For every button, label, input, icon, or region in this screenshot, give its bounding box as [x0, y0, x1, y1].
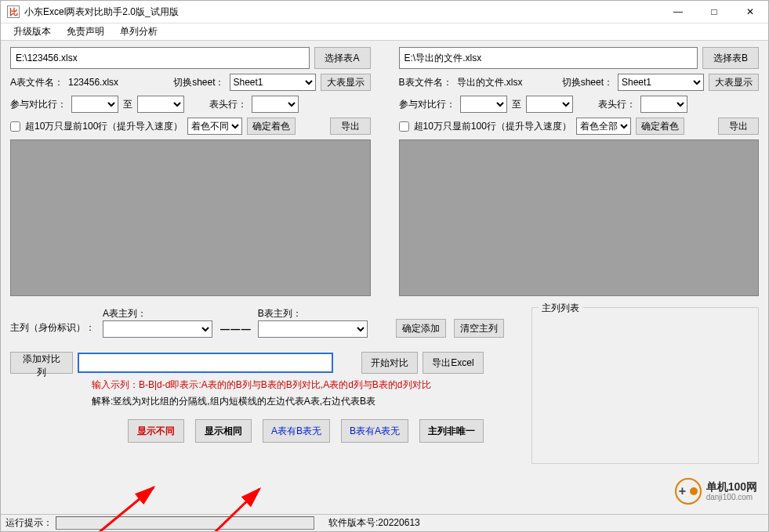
path-input-a[interactable] — [10, 47, 310, 69]
compare-row-from-a[interactable] — [71, 96, 118, 113]
compare-row-label-b: 参与对比行： — [399, 98, 455, 111]
header-row-select-b[interactable] — [640, 96, 687, 113]
hint-black: 解释:竖线为对比组的分隔线,组内短横线的左边代表A表,右边代表B表 — [92, 395, 516, 408]
over10w-checkbox-a[interactable] — [10, 121, 20, 132]
menu-disclaimer[interactable]: 免责声明 — [59, 24, 112, 40]
file-name-b: 导出的文件.xlsx — [457, 76, 523, 89]
export-excel-button[interactable]: 导出Excel — [423, 352, 484, 374]
big-display-b-button[interactable]: 大表显示 — [709, 74, 759, 91]
over10w-checkbox-b[interactable] — [399, 121, 409, 132]
header-row-label-a: 表头行： — [209, 98, 247, 111]
a-key-select[interactable] — [103, 320, 212, 338]
add-compare-col-button[interactable]: 添加对比列 — [10, 352, 73, 374]
version-label: 软件版本号: — [328, 517, 378, 528]
start-compare-button[interactable]: 开始对比 — [361, 352, 418, 374]
show-diff-button[interactable]: 显示不同 — [128, 419, 184, 443]
to-label-b: 至 — [512, 98, 521, 111]
key-list-groupbox: 主列列表 — [531, 307, 759, 464]
maximize-button[interactable]: □ — [696, 1, 732, 24]
compare-row-to-a[interactable] — [137, 96, 184, 113]
app-icon: 比 — [7, 5, 20, 18]
header-row-select-a[interactable] — [252, 96, 299, 113]
color-mode-select-b[interactable]: 着色全部 — [576, 118, 631, 135]
over10w-label-a: 超10万只显前100行（提升导入速度） — [25, 120, 183, 133]
a-key-label: A表主列： — [103, 307, 212, 320]
not-unique-button[interactable]: 主列非唯一 — [419, 419, 484, 443]
watermark: 单机100网 danji100.com — [675, 478, 757, 505]
select-table-a-button[interactable]: 选择表A — [314, 47, 371, 69]
preview-area-a — [10, 139, 371, 296]
run-hint-box — [56, 516, 314, 530]
dash-separator: — — — — [220, 324, 250, 338]
preview-area-b — [399, 139, 760, 296]
run-hint-label: 运行提示： — [5, 516, 53, 530]
export-b-button[interactable]: 导出 — [718, 118, 759, 135]
to-label-a: 至 — [123, 98, 132, 111]
show-same-button[interactable]: 显示相同 — [195, 419, 252, 443]
watermark-logo-icon — [675, 478, 702, 505]
b-has-a-no-button[interactable]: B表有A表无 — [341, 419, 408, 443]
path-input-b[interactable] — [399, 47, 698, 69]
color-mode-select-a[interactable]: 着色不同 — [187, 118, 242, 135]
sheet-select-a[interactable]: Sheet1 — [230, 74, 316, 91]
select-table-b-button[interactable]: 选择表B — [702, 47, 759, 69]
compare-col-input[interactable] — [78, 353, 333, 373]
confirm-color-b-button[interactable]: 确定着色 — [636, 118, 684, 135]
big-display-a-button[interactable]: 大表显示 — [321, 74, 371, 91]
watermark-cn: 单机100网 — [706, 481, 757, 493]
export-a-button[interactable]: 导出 — [330, 118, 371, 135]
watermark-en: danji100.com — [706, 493, 757, 501]
window-title: 小东Excel两表对比助手2.0版_试用版 — [24, 5, 660, 19]
close-button[interactable]: ✕ — [732, 1, 768, 24]
switch-sheet-label-a: 切换sheet： — [173, 76, 224, 89]
menu-upgrade[interactable]: 升级版本 — [5, 24, 59, 40]
compare-row-from-b[interactable] — [460, 96, 507, 113]
b-key-label: B表主列： — [258, 307, 368, 320]
key-list-title: 主列列表 — [539, 302, 582, 315]
compare-row-label-a: 参与对比行： — [10, 98, 67, 111]
a-has-b-no-button[interactable]: A表有B表无 — [263, 419, 330, 443]
sheet-select-b[interactable]: Sheet1 — [618, 74, 704, 91]
file-name-a: 123456.xlsx — [68, 77, 118, 88]
confirm-color-a-button[interactable]: 确定着色 — [247, 118, 296, 135]
switch-sheet-label-b: 切换sheet： — [562, 76, 613, 89]
file-label-a: A表文件名： — [10, 76, 63, 89]
clear-key-button[interactable]: 清空主列 — [454, 319, 504, 338]
file-label-b: B表文件名： — [399, 76, 452, 89]
main-key-label: 主列（身份标识）： — [10, 321, 95, 338]
over10w-label-b: 超10万只显前100行（提升导入速度） — [414, 120, 571, 133]
b-key-select[interactable] — [258, 320, 368, 338]
hint-red: 输入示列：B-B|d-d即表示:A表的的B列与B表的B列对比,A表的d列与B表的… — [92, 378, 516, 392]
compare-row-to-b[interactable] — [526, 96, 573, 113]
version-value: 20220613 — [378, 517, 419, 528]
header-row-label-b: 表头行： — [598, 98, 636, 111]
confirm-add-key-button[interactable]: 确定添加 — [396, 319, 446, 338]
minimize-button[interactable]: — — [660, 1, 696, 24]
menu-single-column[interactable]: 单列分析 — [112, 24, 165, 40]
